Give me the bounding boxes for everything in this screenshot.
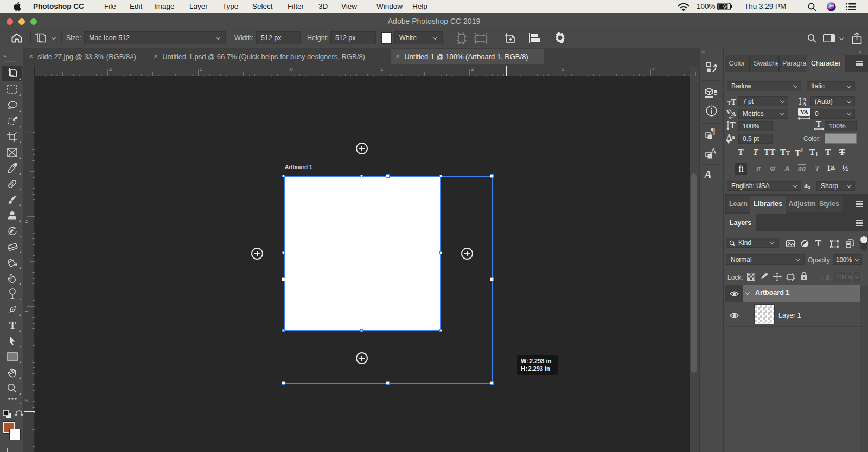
svg-text:A: A [802,101,807,107]
svg-text:T: T [730,121,736,130]
svg-text:T: T [816,120,821,128]
svg-text:A: A [731,110,736,118]
svg-text:a: a [732,133,735,140]
svg-text:¶: ¶ [711,127,716,135]
svg-text:T: T [9,320,16,330]
svg-text:V: V [726,108,731,116]
svg-text:A: A [711,146,716,156]
